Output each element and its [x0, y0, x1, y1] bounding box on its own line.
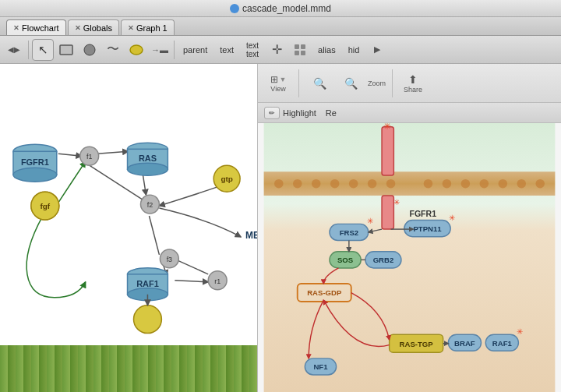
tab-close-globals[interactable]: ✕	[75, 24, 81, 32]
svg-point-1	[84, 44, 95, 55]
svg-text:✳: ✳	[449, 214, 455, 222]
svg-point-52	[349, 179, 358, 189]
svg-rect-3	[295, 44, 299, 49]
toolbar-sep-2	[174, 41, 175, 59]
parent-btn[interactable]: parent	[178, 41, 213, 59]
svg-point-53	[368, 179, 377, 189]
pointer-tool-btn[interactable]: ↖	[32, 39, 54, 61]
hid-btn[interactable]: hid	[343, 41, 365, 59]
pdf-zoom-out-btn[interactable]: 🔍	[305, 76, 333, 91]
svg-text:✳: ✳	[517, 327, 524, 336]
arrow-tool-btn[interactable]: →▬	[149, 39, 171, 61]
toolbar: ◀▶ ↖ 〜 →▬ parent text texttext ✛ alias h…	[0, 36, 561, 64]
pdf-panel: ⊞ ▼ View 🔍 🔍 Zoom ⬆ Share	[257, 64, 561, 392]
svg-text:FRS2: FRS2	[340, 228, 358, 237]
svg-rect-5	[295, 51, 299, 55]
circle-icon	[83, 44, 96, 56]
tab-bar: ✕ Flowchart ✕ Globals ✕ Graph 1	[0, 17, 561, 36]
svg-point-60	[517, 179, 527, 189]
rect-tool-btn[interactable]	[55, 39, 77, 61]
svg-text:✳: ✳	[393, 198, 400, 207]
svg-text:RAS-TGP: RAS-TGP	[400, 340, 434, 348]
svg-text:FGFR1: FGFR1	[410, 209, 437, 218]
svg-point-49	[293, 179, 302, 189]
svg-point-50	[312, 179, 321, 189]
svg-rect-7	[0, 65, 268, 392]
svg-point-55	[424, 179, 433, 189]
pdf-view-btn[interactable]: ⊞ ▼ View	[264, 72, 292, 94]
svg-text:RAF1: RAF1	[492, 339, 513, 348]
title-bar: cascade_model.mmd	[0, 0, 561, 17]
pdf-zoom-label: Zoom	[368, 79, 386, 87]
pdf-toolbar-bar: ⊞ ▼ View 🔍 🔍 Zoom ⬆ Share	[258, 64, 561, 103]
tab-globals[interactable]: ✕ Globals	[68, 19, 119, 35]
svg-text:NF1: NF1	[313, 362, 328, 371]
svg-text:RAF1: RAF1	[136, 279, 159, 288]
pdf-pen-icon: ✏	[269, 109, 275, 117]
svg-text:r1: r1	[214, 277, 221, 285]
pdf-sep-2	[392, 69, 393, 97]
svg-text:BRAF: BRAF	[454, 339, 475, 348]
svg-text:✳: ✳	[383, 123, 391, 131]
svg-point-54	[386, 179, 396, 189]
alias-btn[interactable]: alias	[312, 41, 341, 59]
svg-text:✳: ✳	[367, 217, 373, 225]
svg-point-22	[128, 163, 168, 175]
tab-close-graph1[interactable]: ✕	[128, 24, 134, 32]
svg-text:f3: f3	[167, 256, 172, 263]
svg-text:f2: f2	[147, 201, 153, 209]
tab-flowchart-label: Flowchart	[22, 23, 59, 33]
tab-flowchart[interactable]: ✕ Flowchart	[6, 19, 66, 35]
tab-globals-label: Globals	[83, 23, 112, 33]
svg-text:SOS: SOS	[337, 256, 354, 264]
svg-text:GRB2: GRB2	[373, 256, 394, 264]
toolbar-sep-1	[28, 41, 29, 59]
view-chevron-icon: ▼	[280, 76, 287, 83]
main-content: FGFR1 RAS RAF1 ME fgf gtp f1	[0, 64, 561, 392]
pdf-share-btn[interactable]: ⬆ Share	[399, 72, 427, 95]
svg-rect-62	[382, 127, 393, 175]
nav-arrows-btn[interactable]: ◀▶	[3, 39, 25, 61]
svg-point-51	[330, 179, 340, 189]
text-btn[interactable]: text	[214, 41, 239, 59]
circle-tool-btn[interactable]	[79, 39, 101, 61]
diagram-svg: FGFR1 RAS RAF1 ME fgf gtp f1	[0, 64, 268, 392]
svg-text:FGFR1: FGFR1	[21, 157, 49, 167]
svg-point-56	[443, 179, 452, 189]
window-title: cascade_model.mmd	[242, 3, 331, 14]
text-text-btn[interactable]: texttext	[241, 41, 264, 59]
more-btn[interactable]: ▶	[366, 39, 388, 61]
pdf-highlight-bar: ✏ Highlight Re	[258, 103, 561, 123]
pdf-content: ✳ FGFR1 ✳ FRS2 ✳ PTPN11 ✳ SOS	[258, 123, 561, 392]
share-icon: ⬆	[408, 73, 418, 86]
svg-point-59	[499, 179, 508, 189]
svg-rect-6	[301, 51, 305, 55]
svg-text:f1: f1	[86, 153, 92, 161]
grid-btn[interactable]	[289, 39, 311, 61]
pdf-highlight-icon-btn[interactable]: ✏	[264, 107, 280, 119]
svg-rect-64	[382, 196, 393, 229]
svg-text:PTPN11: PTPN11	[413, 224, 442, 233]
grid-icon	[294, 44, 306, 56]
pdf-zoom-in-btn[interactable]: 🔍	[337, 76, 365, 91]
pdf-view-label: View	[270, 85, 285, 93]
svg-point-58	[480, 179, 489, 189]
pdf-share-label: Share	[404, 86, 422, 94]
diamond-icon	[129, 44, 143, 55]
disk-icon	[230, 4, 239, 13]
svg-point-48	[274, 179, 284, 189]
tab-graph1-label: Graph 1	[136, 23, 168, 33]
view-icon: ⊞	[270, 74, 278, 85]
diamond-tool-btn[interactable]	[125, 39, 147, 61]
tab-graph1[interactable]: ✕ Graph 1	[121, 19, 175, 35]
svg-point-2	[130, 45, 143, 55]
pdf-sep-1	[298, 69, 299, 97]
plus-tool-btn[interactable]: ✛	[266, 39, 288, 61]
zoom-in-icon: 🔍	[344, 77, 358, 90]
svg-text:fgf: fgf	[40, 202, 50, 210]
svg-point-57	[461, 179, 471, 189]
tab-close-flowchart[interactable]: ✕	[13, 24, 19, 32]
curve-tool-btn[interactable]: 〜	[102, 39, 124, 61]
svg-point-18	[13, 168, 57, 182]
svg-rect-47	[264, 171, 556, 196]
